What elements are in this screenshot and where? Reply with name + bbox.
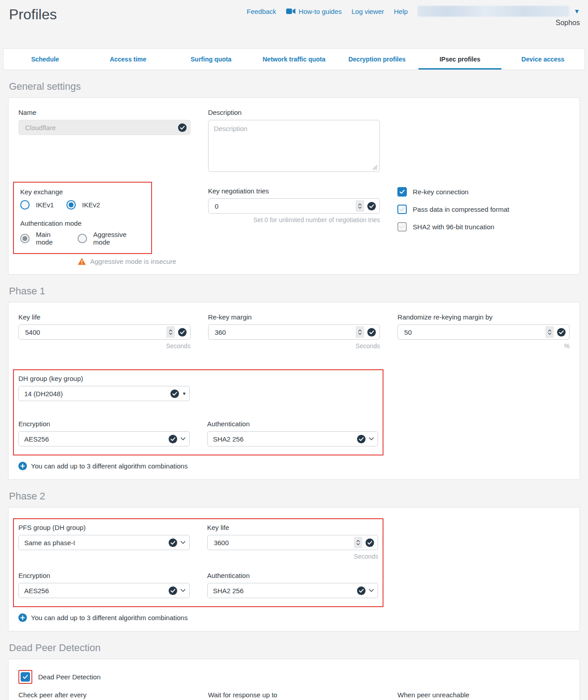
p2-pfs-group-select[interactable]: Same as phase-I: [18, 535, 190, 550]
log-viewer-label: Log viewer: [352, 8, 384, 15]
tab-ipsec-profiles[interactable]: IPsec profiles: [418, 49, 501, 70]
p2-key-life-group: Key life Seconds: [207, 524, 379, 560]
tab-access-time[interactable]: Access time: [87, 49, 170, 70]
p1-dh-group-value: 14 (DH2048): [24, 390, 167, 398]
p1-randomize-stepper[interactable]: [545, 326, 554, 338]
p2-authentication-value: SHA2 256: [213, 587, 354, 595]
valid-check-icon: [169, 538, 177, 547]
name-input: [24, 123, 175, 132]
p1-encryption-label: Encryption: [18, 420, 190, 428]
account-caret-icon[interactable]: ▼: [574, 8, 580, 15]
account-menu[interactable]: [418, 6, 569, 17]
p1-authentication-label: Authentication: [207, 420, 379, 428]
check-icon: [399, 189, 405, 194]
dpd-when-unreachable-group: When peer unreachable Re-initiate: [397, 691, 570, 700]
p1-key-life-input-wrap: [18, 324, 191, 340]
compressed-format-checkbox[interactable]: [397, 205, 407, 214]
p1-rekey-margin-stepper[interactable]: [356, 326, 364, 338]
p1-authentication-value: SHA2 256: [213, 435, 354, 443]
p1-randomize-unit: %: [397, 342, 570, 350]
tab-surfing-quota[interactable]: Surfing quota: [170, 49, 253, 70]
dpd-wait-response-label: Wait for response up to: [208, 691, 380, 699]
tab-device-access[interactable]: Device access: [501, 49, 584, 70]
compressed-format-row: Pass data in compressed format: [397, 205, 570, 214]
valid-check-icon: [178, 123, 187, 132]
p1-rekey-margin-unit: Seconds: [208, 342, 380, 350]
help-link[interactable]: Help: [394, 8, 408, 15]
log-viewer-link[interactable]: Log viewer: [352, 8, 384, 15]
chevron-down-icon: [369, 589, 374, 592]
rekey-connection-checkbox[interactable]: [397, 187, 407, 197]
feedback-link[interactable]: Feedback: [247, 8, 276, 15]
aggressive-mode-warning: Aggressive mode is insecure: [78, 258, 191, 265]
p2-add-combination-label: You can add up to 3 different algorithm …: [31, 614, 187, 621]
p2-authentication-select[interactable]: SHA2 256: [207, 583, 379, 598]
radio-main-mode-label: Main mode: [36, 231, 65, 246]
p1-key-life-input[interactable]: [24, 328, 163, 337]
dpd-enable-checkbox[interactable]: [21, 672, 30, 682]
brand-label: Sophos: [556, 19, 580, 27]
p2-key-life-stepper[interactable]: [354, 537, 362, 548]
p1-dh-group: DH group (key group) 14 (DH2048) ▾: [18, 375, 190, 401]
p1-add-combination-label: You can add up to 3 different algorithm …: [31, 462, 187, 470]
key-negotiation-stepper[interactable]: [356, 200, 364, 212]
p1-dh-group-select[interactable]: 14 (DH2048) ▾: [18, 386, 190, 401]
valid-check-icon: [357, 586, 366, 595]
radio-aggressive-mode: [78, 234, 87, 243]
key-exchange-label: Key exchange: [20, 188, 145, 196]
valid-check-icon: [169, 435, 177, 443]
p1-key-life-label: Key life: [18, 313, 191, 321]
plus-circle-icon[interactable]: [18, 613, 27, 622]
plus-circle-icon[interactable]: [18, 462, 27, 470]
p1-add-combination[interactable]: You can add up to 3 different algorithm …: [18, 462, 570, 470]
valid-check-icon: [169, 586, 177, 595]
radio-ikev2[interactable]: [66, 200, 76, 210]
p2-authentication-group: Authentication SHA2 256: [207, 572, 379, 598]
auth-mode-options: Main mode Aggressive mode: [20, 231, 145, 246]
general-settings-card: Name Description: [8, 97, 580, 275]
p1-randomize-input[interactable]: [403, 328, 542, 337]
general-settings-title: General settings: [9, 81, 579, 92]
p1-algorithms-highlight-box: DH group (key group) 14 (DH2048) ▾ Encry…: [13, 369, 383, 455]
general-options-group: Re-key connection Pass data in compresse…: [397, 182, 570, 265]
caret-down-icon[interactable]: ▾: [183, 390, 186, 397]
p1-authentication-group: Authentication SHA2 256: [207, 420, 379, 446]
video-camera-icon: [286, 8, 296, 14]
tab-schedule[interactable]: Schedule: [4, 49, 87, 70]
p2-authentication-label: Authentication: [207, 572, 379, 579]
warning-text: Aggressive mode is insecure: [90, 258, 176, 265]
p1-rekey-margin-input[interactable]: [214, 328, 353, 337]
chevron-down-icon: [180, 541, 186, 544]
sha2-truncation-checkbox[interactable]: [397, 222, 407, 232]
tab-network-traffic-quota[interactable]: Network traffic quota: [253, 49, 335, 70]
check-icon: [399, 207, 405, 212]
howto-guides-link[interactable]: How-to guides: [286, 8, 342, 15]
profiles-tabbar: Schedule Access time Surfing quota Netwo…: [3, 48, 585, 70]
p2-key-life-input[interactable]: [213, 538, 351, 547]
p1-key-life-stepper[interactable]: [166, 326, 175, 338]
p1-randomize-input-wrap: [397, 324, 570, 340]
dpd-check-peer-label: Check peer after every: [18, 691, 191, 699]
key-negotiation-input[interactable]: [214, 202, 353, 210]
valid-check-icon: [367, 328, 376, 337]
p2-encryption-group: Encryption AES256: [18, 572, 190, 598]
p2-key-life-unit: Seconds: [207, 553, 379, 560]
p2-encryption-select[interactable]: AES256: [18, 583, 190, 598]
description-input[interactable]: [208, 120, 380, 172]
radio-ikev2-label: IKEv2: [82, 201, 100, 209]
name-label: Name: [18, 109, 191, 116]
chevron-down-icon: [180, 437, 186, 441]
phase1-title: Phase 1: [9, 285, 579, 297]
p1-encryption-select[interactable]: AES256: [18, 431, 190, 446]
name-field-group: Name: [18, 109, 191, 174]
key-negotiation-group: Key negotiation tries Set 0 for unlimite…: [208, 182, 380, 265]
p1-rekey-margin-group: Re-key margin Seconds: [208, 313, 380, 350]
p1-authentication-select[interactable]: SHA2 256: [207, 431, 379, 446]
rekey-connection-label: Re-key connection: [413, 188, 468, 196]
phase2-title: Phase 2: [9, 490, 579, 502]
radio-ikev1[interactable]: [20, 200, 30, 210]
p2-add-combination[interactable]: You can add up to 3 different algorithm …: [18, 613, 570, 622]
howto-guides-label: How-to guides: [299, 8, 342, 15]
tab-decryption-profiles[interactable]: Decryption profiles: [335, 49, 418, 70]
key-negotiation-helper: Set 0 for unlimited number of negotiatio…: [208, 216, 380, 223]
